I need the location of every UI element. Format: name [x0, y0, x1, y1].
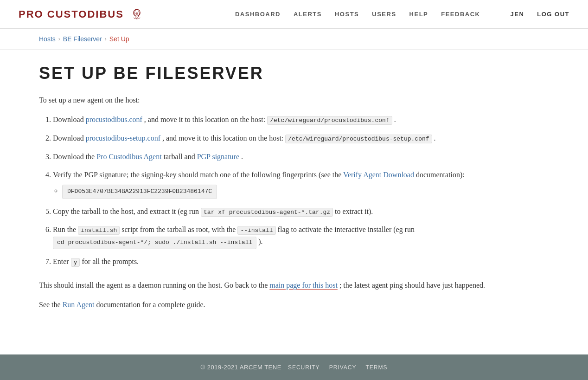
step-7-code: y: [71, 258, 80, 267]
page-title: SET UP BE FILESERVER: [39, 64, 549, 83]
summary-paragraph: This should install the agent as a daemo…: [39, 279, 549, 291]
step-6: Run the install.sh script from the tarba…: [53, 224, 549, 249]
fingerprint-code: DFD053E4707BE34BA22913FC2239F0B23486147C: [62, 185, 217, 199]
logo-text: PRO CUSTODIBUS: [19, 8, 124, 20]
nav-feedback[interactable]: FEEDBACK: [441, 11, 480, 18]
step-2-link[interactable]: procustodibus-setup.conf: [86, 134, 160, 142]
footer-privacy[interactable]: PRIVACY: [329, 364, 357, 371]
logo-area: PRO CUSTODIBUS: [19, 6, 145, 23]
nav-logout[interactable]: LOG OUT: [537, 11, 569, 18]
step-5-before: Copy the tarball to the host, and extrac…: [53, 207, 201, 215]
breadcrumb-sep-1: ›: [58, 36, 60, 42]
step-1-link[interactable]: procustodibus.conf: [86, 116, 142, 123]
step-1-code: /etc/wireguard/procustodibus.conf: [267, 116, 392, 125]
step-4-before: Verify the PGP signature; the signing-ke…: [53, 171, 343, 179]
step-5-code: tar xf procustodibus-agent-*.tar.gz: [201, 208, 333, 217]
step-6-code2: --install: [237, 226, 275, 235]
footer-terms[interactable]: TERMS: [365, 364, 387, 371]
summary-text2: ; the latest agent ping should have just…: [339, 281, 485, 289]
see-also-prefix: See the: [39, 301, 61, 309]
step-5-after: to extract it).: [335, 207, 373, 215]
see-also-paragraph: See the Run Agent documentation for a co…: [39, 301, 549, 309]
step-7: Enter y for all the prompts.: [53, 256, 549, 268]
step-6-before: Run the: [53, 225, 78, 233]
step-4-after: documentation):: [416, 171, 465, 179]
breadcrumb-sep-2: ›: [105, 36, 107, 42]
step-4: Verify the PGP signature; the signing-ke…: [53, 169, 549, 199]
step-3-before: Download the: [53, 153, 96, 161]
nav-alerts[interactable]: ALERTS: [294, 11, 322, 18]
step-1: Download procustodibus.conf , and move i…: [53, 114, 549, 126]
main-page-link[interactable]: main page for this host: [269, 281, 338, 289]
step-3-link1[interactable]: Pro Custodibus Agent: [96, 153, 161, 161]
step-2-code: /etc/wireguard/procustodibus-setup.conf: [285, 135, 432, 143]
step-2-before: Download: [53, 134, 86, 142]
nav-divider: [495, 10, 495, 19]
footer-copyright: © 2019-2021 ARCEM TENE: [201, 364, 281, 371]
step-3-middle: tarball and: [164, 153, 197, 161]
breadcrumb-current: Set Up: [109, 35, 129, 43]
breadcrumb: Hosts › BE Fileserver › Set Up: [0, 29, 588, 50]
nav-help[interactable]: HELP: [409, 11, 428, 18]
nav-users[interactable]: USERS: [372, 11, 396, 18]
setup-steps: Download procustodibus.conf , and move i…: [53, 114, 549, 268]
step-1-middle: , and move it to this location on the ho…: [144, 116, 267, 123]
step-1-after: .: [394, 116, 396, 123]
see-also-suffix: documentation for a complete guide.: [96, 301, 205, 309]
step-5: Copy the tarball to the host, and extrac…: [53, 206, 549, 218]
breadcrumb-hosts[interactable]: Hosts: [39, 35, 56, 43]
fingerprint-item: DFD053E4707BE34BA22913FC2239F0B23486147C: [62, 185, 549, 199]
step-6-code1: install.sh: [78, 226, 120, 235]
fingerprint-list: DFD053E4707BE34BA22913FC2239F0B23486147C: [62, 185, 549, 199]
footer-links: SECURITY PRIVACY TERMS: [288, 364, 387, 371]
step-3: Download the Pro Custodibus Agent tarbal…: [53, 151, 549, 163]
step-2: Download procustodibus-setup.conf , and …: [53, 132, 549, 144]
step-4-link[interactable]: Verify Agent Download: [343, 171, 414, 179]
nav-user[interactable]: JEN: [510, 11, 524, 18]
step-6-middle: script from the tarball as root, with th…: [121, 225, 237, 233]
step-2-middle: , and move it to this location on the ho…: [162, 134, 285, 142]
step-3-link2[interactable]: PGP signature: [197, 153, 239, 161]
footer: © 2019-2021 ARCEM TENE SECURITY PRIVACY …: [0, 354, 588, 380]
header: PRO CUSTODIBUS DASHBOARD ALERTS HOSTS US…: [0, 0, 588, 29]
run-agent-link[interactable]: Run Agent: [63, 301, 95, 309]
nav-dashboard[interactable]: DASHBOARD: [235, 11, 281, 18]
step-3-after: .: [241, 153, 243, 161]
main-content: SET UP BE FILESERVER To set up a new age…: [0, 50, 588, 354]
svg-point-1: [135, 12, 138, 14]
step-6-middle2: flag to activate the interactive install…: [278, 225, 415, 233]
summary-text1: This should install the agent as a daemo…: [39, 281, 269, 289]
step-6-code3: cd procustodibus-agent-*/; sudo ./instal…: [53, 237, 256, 249]
step-7-before: Enter: [53, 258, 71, 265]
main-nav: DASHBOARD ALERTS HOSTS USERS HELP FEEDBA…: [235, 10, 569, 19]
breadcrumb-fileserver[interactable]: BE Fileserver: [63, 35, 102, 43]
footer-security[interactable]: SECURITY: [288, 364, 320, 371]
step-6-after: ).: [258, 238, 262, 245]
nav-hosts[interactable]: HOSTS: [335, 11, 359, 18]
step-1-before: Download: [53, 116, 86, 123]
step-2-after: .: [434, 134, 436, 142]
logo-icon: [128, 6, 145, 23]
step-7-after: for all the prompts.: [82, 258, 139, 265]
intro-text: To set up a new agent on the host:: [39, 96, 549, 104]
